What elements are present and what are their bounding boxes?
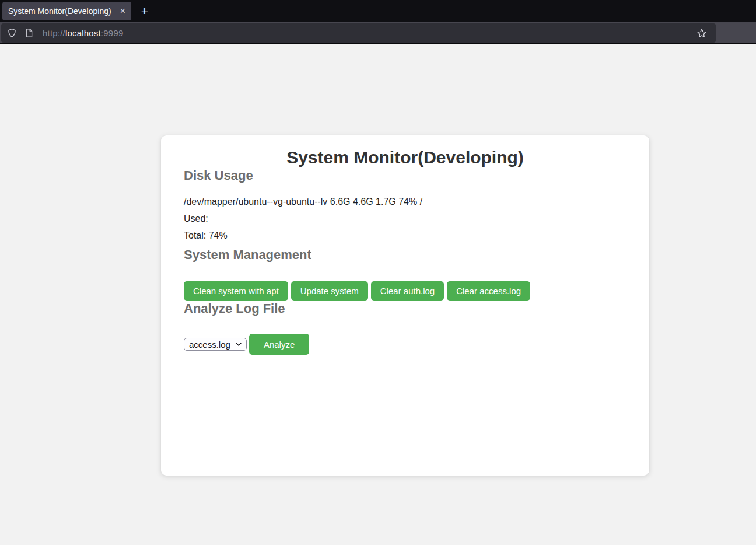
page-title: System Monitor(Developing) bbox=[184, 147, 626, 168]
disk-usage-info: /dev/mapper/ubuntu--vg-ubuntu--lv 6.6G 4… bbox=[184, 196, 626, 241]
disk-total-line: Total: 74% bbox=[184, 230, 626, 241]
url-bar[interactable]: http://localhost:9999 bbox=[1, 23, 716, 43]
url-host: localhost bbox=[65, 28, 101, 38]
clean-system-button[interactable]: Clean system with apt bbox=[184, 281, 288, 301]
tab-bar: System Monitor(Developing) × + bbox=[0, 0, 756, 22]
navigation-toolbar: http://localhost:9999 bbox=[0, 22, 756, 44]
disk-df-line: /dev/mapper/ubuntu--vg-ubuntu--lv 6.6G 4… bbox=[184, 196, 626, 207]
bookmark-star-icon[interactable] bbox=[696, 28, 707, 39]
new-tab-button[interactable]: + bbox=[136, 3, 153, 19]
page-info-icon[interactable] bbox=[24, 28, 34, 38]
url-text: http://localhost:9999 bbox=[43, 28, 124, 38]
management-buttons-row: Clean system with apt Update system Clea… bbox=[184, 281, 626, 301]
analyze-controls-row: access.log Analyze bbox=[184, 334, 626, 355]
system-management-heading: System Management bbox=[184, 247, 626, 263]
analyze-button[interactable]: Analyze bbox=[249, 334, 309, 355]
disk-usage-heading: Disk Usage bbox=[184, 168, 626, 183]
logfile-select[interactable]: access.log bbox=[184, 338, 247, 351]
star-icon-glyph bbox=[696, 28, 707, 39]
url-scheme: http:// bbox=[43, 28, 65, 38]
chevron-down-icon bbox=[236, 343, 242, 346]
shield-icon[interactable] bbox=[7, 28, 17, 38]
shield-icon-glyph bbox=[7, 28, 17, 38]
clear-authlog-button[interactable]: Clear auth.log bbox=[371, 281, 444, 301]
page-info-icon-glyph bbox=[24, 28, 34, 38]
tab-title: System Monitor(Developing) bbox=[8, 6, 111, 16]
analyze-log-heading: Analyze Log File bbox=[184, 301, 626, 316]
disk-used-line: Used: bbox=[184, 213, 626, 224]
content-card: System Monitor(Developing) Disk Usage /d… bbox=[161, 135, 649, 476]
url-port: :9999 bbox=[101, 28, 124, 38]
page-viewport: System Monitor(Developing) Disk Usage /d… bbox=[0, 44, 756, 544]
browser-tab[interactable]: System Monitor(Developing) × bbox=[2, 2, 131, 20]
clear-accesslog-button[interactable]: Clear access.log bbox=[447, 281, 530, 301]
tab-close-icon[interactable]: × bbox=[117, 6, 125, 16]
logfile-select-value: access.log bbox=[189, 340, 230, 350]
update-system-button[interactable]: Update system bbox=[291, 281, 368, 301]
